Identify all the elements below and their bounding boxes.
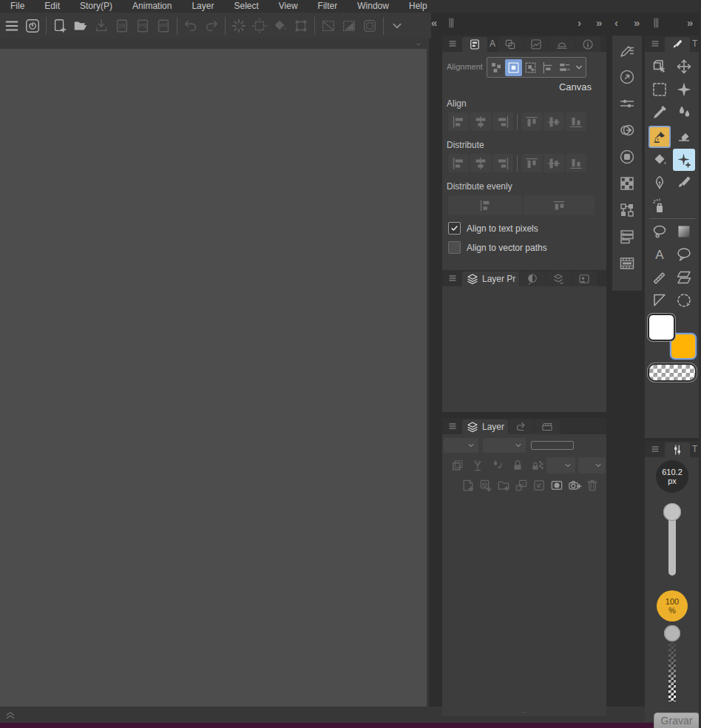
opacity-slider-knob[interactable] — [664, 625, 680, 641]
menu-item-window[interactable]: Window — [357, 0, 389, 13]
tool-gradient[interactable] — [673, 220, 695, 243]
panel-menu-icon[interactable] — [444, 271, 461, 286]
checkbox-checked[interactable] — [448, 222, 461, 235]
align-ref-seg-dash[interactable] — [522, 59, 539, 76]
menu-item-storyp[interactable]: Story(P) — [80, 0, 112, 13]
toolbar-menu-button[interactable] — [1, 16, 22, 36]
toolbar-export-psd-button[interactable]: psd — [153, 16, 174, 36]
tab-squares2[interactable] — [498, 37, 523, 52]
checkbox-unchecked[interactable] — [448, 241, 461, 254]
tab-tool[interactable] — [665, 37, 690, 52]
tool-frame-border[interactable] — [673, 266, 695, 289]
menu-item-select[interactable]: Select — [234, 0, 258, 13]
dock-palette-item-bank[interactable] — [617, 227, 637, 246]
distribute-4-button[interactable] — [543, 154, 564, 172]
layer-lock-toggle[interactable] — [509, 457, 526, 473]
toolbar-logo-button[interactable] — [22, 16, 43, 36]
layer-clip-toggle[interactable] — [450, 457, 466, 473]
segmented-dropdown-icon[interactable] — [573, 61, 585, 73]
align-2-button[interactable] — [492, 112, 513, 131]
distribute-3-button[interactable] — [521, 154, 542, 172]
toolbar-transform-button[interactable] — [291, 16, 311, 36]
tool-decoration-sparkle[interactable] — [673, 149, 695, 171]
distribute-0-button[interactable] — [448, 154, 469, 172]
tool-eraser[interactable] — [673, 126, 695, 148]
layer-selection-dropdown[interactable] — [546, 457, 575, 473]
tab-layer-property[interactable]: Layer Pr — [462, 272, 519, 286]
tool-paint-brush[interactable] — [648, 126, 671, 148]
menu-item-help[interactable]: Help — [409, 0, 427, 13]
panel-menu-icon[interactable] — [646, 442, 664, 456]
distribute-1-button[interactable] — [470, 154, 491, 172]
align-ref-seg-frame[interactable] — [505, 59, 522, 76]
layer-effect-dropdown[interactable] — [483, 438, 526, 453]
distribute-2-button[interactable] — [492, 154, 513, 172]
canvas-surface[interactable] — [0, 49, 427, 707]
dock-palette-color-set[interactable] — [617, 147, 637, 166]
tab-dome[interactable] — [549, 37, 575, 52]
tool-blend[interactable] — [673, 101, 695, 124]
dock-chev-right-icon[interactable]: › — [578, 16, 581, 30]
toolbar-spinner-button[interactable] — [228, 16, 249, 36]
tool-polyline[interactable] — [648, 289, 671, 311]
dock-chevs-right-icon[interactable]: » — [687, 16, 693, 30]
align-3-button[interactable] — [521, 112, 542, 131]
opacity-slider-track[interactable] — [668, 633, 676, 701]
panel-menu-icon[interactable] — [444, 36, 461, 51]
panel-menu-icon[interactable] — [646, 36, 664, 51]
expand-status-bar-icon[interactable] — [4, 709, 16, 721]
menu-item-file[interactable]: File — [10, 0, 24, 13]
sub-color-swatch[interactable] — [671, 334, 695, 358]
align-4-button[interactable] — [543, 112, 564, 131]
align-5-button[interactable] — [566, 112, 586, 131]
panel-resize-grip[interactable] — [515, 709, 534, 716]
toolbar-diag-line-button[interactable] — [318, 16, 339, 36]
distribute-5-button[interactable] — [566, 154, 586, 172]
align-1-button[interactable] — [470, 112, 491, 131]
dock-chev-left-icon[interactable]: ‹ — [614, 16, 618, 30]
tab-halfmoon[interactable] — [520, 272, 545, 286]
dock-palette-color-wheel[interactable] — [617, 121, 637, 140]
tab-chart-sq[interactable] — [524, 37, 549, 52]
layer-opacity-field[interactable] — [531, 441, 574, 450]
tool-move[interactable] — [673, 55, 695, 78]
tab-curved-return[interactable] — [509, 419, 534, 434]
tool-balloon[interactable] — [673, 243, 695, 266]
dock-chevs-right-icon[interactable]: » — [634, 16, 640, 30]
layer-transfer-button[interactable] — [513, 477, 529, 493]
brush-size-slider-knob[interactable] — [663, 503, 681, 521]
toolbar-save-button[interactable] — [91, 16, 112, 36]
toolbar-export-png-button[interactable]: png — [132, 16, 153, 36]
toolbar-redo-button[interactable] — [201, 16, 222, 36]
tab-layer[interactable]: Layer — [462, 419, 508, 434]
menu-item-filter[interactable]: Filter — [318, 0, 338, 13]
align-0-button[interactable] — [448, 112, 469, 131]
brush-size-slider-track[interactable] — [668, 512, 676, 576]
layer-lock-check-toggle[interactable] — [529, 457, 546, 473]
dock-palette-grid-mosaic[interactable] — [617, 174, 637, 193]
menu-item-animation[interactable]: Animation — [132, 0, 172, 13]
tool-operation[interactable] — [648, 55, 671, 78]
tab-info[interactable] — [575, 37, 600, 52]
canvas-tab-chevron-icon[interactable] — [414, 40, 423, 49]
layer-mask-button[interactable] — [549, 477, 565, 493]
dock-palette-sliders-h[interactable] — [617, 94, 637, 113]
layer-merge-button[interactable] — [531, 477, 547, 493]
dock-grip-icon[interactable] — [444, 16, 458, 30]
main-color-swatch[interactable] — [649, 315, 674, 340]
tool-pen[interactable] — [648, 172, 671, 194]
tab-clapper[interactable] — [535, 419, 560, 434]
toolbar-bucket-button[interactable] — [270, 16, 291, 36]
menu-item-edit[interactable]: Edit — [44, 0, 60, 13]
toolbar-chev-down-button[interactable] — [387, 16, 407, 36]
tool-refine-select[interactable] — [673, 289, 695, 311]
tool-eyedropper[interactable] — [648, 101, 671, 124]
toolbar-export-jpg-button[interactable]: jpg — [112, 16, 132, 36]
tool-marquee-select[interactable] — [648, 78, 671, 101]
dock-chevs-left-icon[interactable]: « — [431, 16, 437, 30]
layer-new-layer-button[interactable] — [460, 477, 476, 493]
panel-menu-icon[interactable] — [444, 419, 461, 434]
layer-view-dropdown[interactable] — [578, 457, 606, 473]
tab-img-person[interactable] — [572, 272, 597, 286]
tool-fill-bucket[interactable] — [648, 149, 671, 171]
